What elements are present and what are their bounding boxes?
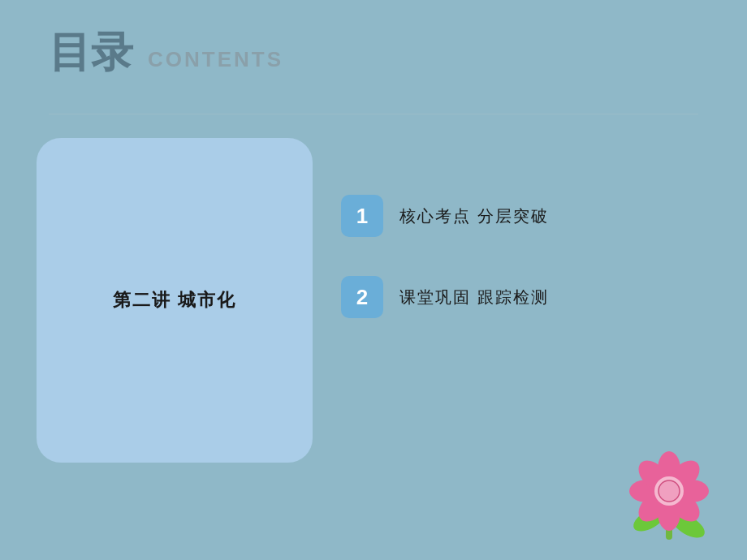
svg-point-12 xyxy=(658,480,680,502)
title-chinese: 目录 xyxy=(49,31,133,73)
title-english: CONTENTS xyxy=(148,47,283,72)
item-text-1: 核心考点 分层突破 xyxy=(399,205,549,227)
contents-list: 1 核心考点 分层突破 2 课堂巩固 跟踪检测 xyxy=(341,195,549,318)
flower-decoration xyxy=(625,438,715,544)
item-number-2: 2 xyxy=(341,276,383,318)
list-item: 1 核心考点 分层突破 xyxy=(341,195,549,237)
item-number-1: 1 xyxy=(341,195,383,237)
chapter-box: 第二讲 城市化 xyxy=(37,138,313,463)
item-text-2: 课堂巩固 跟踪检测 xyxy=(399,286,549,308)
chapter-label: 第二讲 城市化 xyxy=(113,288,236,312)
header-divider xyxy=(49,114,698,114)
page-header: 目录 CONTENTS xyxy=(49,31,283,73)
list-item: 2 课堂巩固 跟踪检测 xyxy=(341,276,549,318)
flower-svg xyxy=(625,438,715,544)
